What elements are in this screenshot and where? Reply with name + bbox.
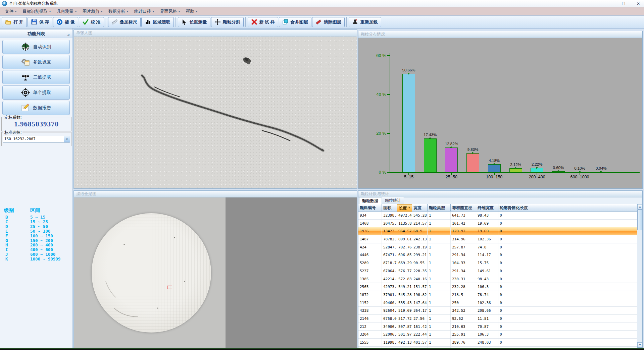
row-filler — [533, 235, 637, 243]
table-cell: 98.43 — [476, 275, 498, 283]
data-report-icon — [21, 104, 30, 112]
standard-dropdown-arrow[interactable]: ▼ — [64, 136, 70, 142]
table-cell: 1 — [428, 259, 451, 267]
filter-paper-image[interactable] — [74, 197, 226, 348]
table-row[interactable]: 155511998...492.13401.571389.76248.030 — [358, 339, 637, 347]
toolbar-button-6[interactable]: 区域选取 — [141, 17, 174, 27]
table-row[interactable]: 256542973.84549.21151.571232.28106.30 — [358, 283, 637, 291]
scroll-down-button[interactable]: ▼ — [637, 342, 642, 348]
view-region-marker[interactable] — [167, 286, 172, 289]
column-header[interactable]: 长度▼ — [397, 204, 412, 212]
sidebar-collapse-button[interactable]: « — [67, 31, 70, 39]
table-cell: 0 — [498, 275, 533, 283]
tab-particle-data[interactable]: 颗粒数据 — [359, 197, 381, 204]
table-row[interactable]: 444667471.63696.85299.211291.34114.170 — [358, 251, 637, 259]
column-header[interactable]: 颗料编号 — [358, 204, 382, 212]
toolbar-button-9[interactable]: 新 试 样 — [248, 17, 278, 27]
table-scrollbar[interactable]: ▲ ▼ — [637, 204, 642, 348]
auto-recognize-icon — [21, 43, 30, 51]
table-cell: 52006.48 — [382, 331, 397, 338]
column-header[interactable]: 轮廓骨骼化长度 — [498, 204, 533, 212]
toolbar-button-8[interactable]: 颗粒分割 — [211, 17, 244, 27]
column-header[interactable]: 面积 — [382, 204, 397, 212]
menu-item[interactable]: 几何测量▾ — [54, 8, 80, 15]
table-row[interactable]: 320452006.48501.97222.441255.91106.30 — [358, 331, 637, 339]
menu-item[interactable]: 界面风格▾ — [157, 8, 183, 15]
filter-panorama-panel: 滤纸全景图 — [73, 190, 357, 348]
column-header[interactable]: 纤维宽度 — [476, 204, 498, 212]
menu-item[interactable]: 目标识别提取▾ — [19, 8, 54, 15]
sidebar-button-1[interactable]: 自动识别 — [2, 40, 70, 54]
microscope-image[interactable] — [74, 37, 357, 188]
column-header[interactable]: 颗粒类型 — [428, 204, 451, 212]
toolbar-button-11[interactable]: 清除图层 — [312, 17, 345, 27]
sidebar-button-5[interactable]: 数据报告 — [2, 101, 70, 115]
table-row[interactable]: 52898718.77669.2990.551104.3315.750 — [358, 259, 637, 267]
table-cell: 1 — [428, 267, 451, 275]
table-cell: 49460.6 — [382, 299, 397, 307]
toolbar-button-2[interactable]: 保 存 — [28, 17, 53, 27]
table-cell: 473.44 — [397, 347, 412, 348]
column-header[interactable]: 等积圆直径 — [451, 204, 476, 212]
row-filler — [533, 212, 637, 219]
table-row[interactable]: 187237901.45545.28198.821218.578.740 — [358, 291, 637, 299]
table-row[interactable]: 148778782.78899.61242.131314.96102.360 — [358, 235, 637, 243]
toolbar-button-7[interactable]: 长度测量 — [178, 17, 210, 27]
table-cell: 250 — [451, 299, 476, 307]
table-row[interactable]: 193613423.03964.5768.91129.9219.690 — [358, 227, 637, 235]
table-row[interactable]: 164846841.09473.44190.941244.09106.30 — [358, 347, 637, 348]
scrollbar-thumb[interactable] — [637, 210, 642, 230]
toolbar-button-12[interactable]: 重新加载 — [349, 17, 381, 27]
sidebar-button-3[interactable]: 二值提取 — [2, 70, 70, 84]
row-filler — [533, 307, 637, 314]
table-row[interactable]: 21466758.01517.7227.56192.5211.810 — [358, 315, 637, 323]
scroll-up-button[interactable]: ▲ — [637, 204, 642, 210]
table-cell: 3204 — [358, 331, 382, 338]
sidebar-button-2[interactable]: 参数设置 — [2, 55, 70, 69]
table-row[interactable]: 93432398...4972.44545.281641.7398.430 — [358, 212, 637, 220]
table-cell: 90.55 — [412, 259, 428, 267]
menu-item[interactable]: 统计口径▾ — [131, 8, 157, 15]
table-cell: 1 — [428, 315, 451, 323]
level-row: H200 ~ 400 — [3, 243, 68, 247]
menu-item[interactable]: 图片裁剪▾ — [80, 8, 105, 15]
table-row[interactable]: 21234906.07507.87161.421210.6370.870 — [358, 323, 637, 331]
table-row[interactable]: 138542214.33572.83240.161230.3198.430 — [358, 275, 637, 283]
tab-particle-stats[interactable]: 颗粒统计 — [382, 197, 404, 204]
minimize-button[interactable]: — — [606, 1, 612, 6]
column-header[interactable]: 宽度 — [412, 204, 428, 212]
bar-value-label: 0.10% — [569, 166, 591, 170]
table-cell: 106.3 — [476, 283, 498, 291]
close-button[interactable]: ✕ — [635, 1, 641, 6]
standard-groupbox: 标准选择: ISO 16232-2007 ▼ — [1, 132, 71, 146]
table-cell: 161.42 — [412, 323, 428, 331]
toolbar-separator — [176, 17, 176, 27]
table-cell: 129.92 — [451, 227, 476, 235]
table-cell: 19.69 — [476, 227, 498, 235]
toolbar-button-1[interactable]: 打 开 — [2, 17, 27, 27]
menu-item[interactable]: 文件▾ — [2, 8, 19, 15]
menu-item[interactable]: 帮助▾ — [183, 8, 200, 15]
x-tick-label: 600~1000 — [565, 175, 595, 179]
table-row[interactable]: 433892604.94519.69364.171342.52208.660 — [358, 307, 637, 315]
toolbar-button-10[interactable]: 合并图层 — [279, 17, 311, 27]
toolbar-button-5[interactable]: 叠加标尺 — [108, 17, 141, 27]
standard-select[interactable]: ISO 16232-2007 — [3, 136, 64, 142]
menu-item[interactable]: 数据分析▾ — [105, 8, 131, 15]
table-cell: 20475.54 — [382, 220, 397, 227]
table-row[interactable]: 115249460.6535.43147.641250102.360 — [358, 299, 637, 307]
table-cell: 161.42 — [451, 220, 476, 227]
table-row[interactable]: 523767064.76576.77228.351291.34149.610 — [358, 267, 637, 275]
table-cell: 0 — [498, 259, 533, 267]
sidebar-button-4[interactable]: 单个提取 — [2, 85, 70, 100]
maximize-button[interactable]: ☐ — [621, 1, 627, 6]
table-cell: 6758.01 — [382, 315, 397, 323]
bar-value-label: 2.12% — [505, 163, 527, 167]
table-cell: 314.96 — [451, 235, 476, 243]
table-row[interactable]: 146820475.541135.83214.571161.4219.690 — [358, 220, 637, 228]
toolbar-button-4[interactable]: 校 准 — [79, 17, 104, 27]
table-row[interactable]: 42452847.36702.76238.191257.8774.80 — [358, 243, 637, 251]
table-cell: 240.16 — [412, 275, 428, 283]
toolbar-button-3[interactable]: 摄 像 — [53, 17, 78, 27]
toolbar-separator — [245, 17, 246, 27]
